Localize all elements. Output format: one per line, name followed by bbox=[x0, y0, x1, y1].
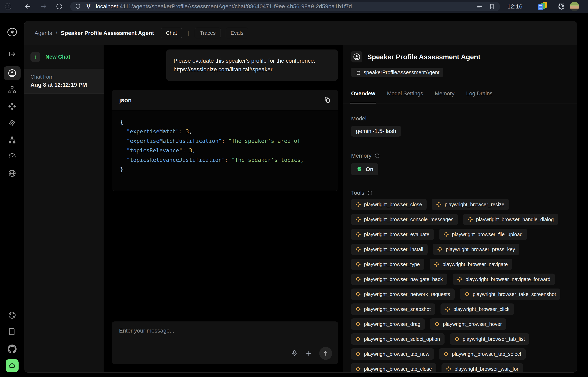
chat-item-label: Chat from bbox=[31, 74, 104, 80]
sidebar-item-tools[interactable] bbox=[8, 102, 16, 110]
mastra-logo-icon[interactable] bbox=[7, 27, 17, 37]
tab-log-drains[interactable]: Log Drains bbox=[466, 87, 493, 103]
agent-title-row: Speaker Profile Assessment Agent bbox=[351, 51, 569, 62]
sidebar-item-mcp[interactable] bbox=[8, 118, 17, 128]
tool-chip: playwright_browser_close bbox=[351, 199, 427, 210]
copy-code-button[interactable] bbox=[324, 96, 331, 104]
tool-row: playwright_browser_network_requests play… bbox=[351, 289, 569, 300]
tool-name: playwright_browser_evaluate bbox=[364, 232, 429, 237]
tool-name: playwright_browser_wait_for bbox=[455, 366, 518, 372]
tab-traces[interactable]: Traces bbox=[195, 28, 221, 38]
sidebar-item-api[interactable] bbox=[8, 169, 17, 178]
chat-item-timestamp: Aug 8 at 12:12:19 PM bbox=[31, 82, 104, 88]
breadcrumb-agents[interactable]: Agents bbox=[34, 30, 52, 36]
tool-diamonds-icon bbox=[434, 262, 439, 267]
attach-plus-icon[interactable] bbox=[305, 350, 312, 357]
tools-grid: playwright_browser_close playwright_brow… bbox=[351, 199, 569, 372]
new-chat-button[interactable]: + New Chat bbox=[24, 45, 104, 69]
tool-diamonds-icon bbox=[355, 217, 361, 222]
tool-chip: playwright_browser_press_key bbox=[433, 244, 519, 255]
url-text: localhost:4111/agents/speakerProfileAsse… bbox=[96, 3, 476, 10]
copy-icon bbox=[355, 69, 361, 75]
memory-section-label: Memory bbox=[351, 152, 569, 159]
tool-name: playwright_browser_install bbox=[364, 247, 423, 252]
tool-row: playwright_browser_navigate_back playwri… bbox=[351, 273, 569, 285]
tool-diamonds-icon bbox=[355, 321, 361, 327]
tab-model-settings[interactable]: Model Settings bbox=[387, 87, 423, 103]
memory-brain-icon bbox=[356, 166, 362, 173]
tool-chip: playwright_browser_drag bbox=[351, 318, 425, 330]
info-icon bbox=[374, 153, 380, 159]
tool-chip: playwright_browser_tab_close bbox=[351, 363, 436, 372]
message-input[interactable] bbox=[112, 321, 338, 346]
code-line: "expertiseMatchJustification": "The spea… bbox=[120, 136, 330, 146]
message-composer bbox=[112, 321, 338, 364]
sidebar-item-agents[interactable] bbox=[4, 66, 21, 80]
tool-diamonds-icon bbox=[355, 202, 361, 207]
tab-chat[interactable]: Chat bbox=[161, 28, 182, 38]
tool-chip: playwright_browser_navigate_forward bbox=[453, 273, 555, 285]
chat-history-item[interactable]: Chat from Aug 8 at 12:12:19 PM bbox=[24, 69, 104, 94]
tool-chip: playwright_browser_select_option bbox=[351, 333, 444, 345]
window-tiling-icon[interactable] bbox=[4, 2, 12, 11]
agent-avatar-icon bbox=[351, 51, 362, 62]
address-bar[interactable]: V localhost:4111/agents/speakerProfileAs… bbox=[70, 2, 500, 11]
extensions-puzzle-icon[interactable] bbox=[556, 2, 565, 11]
tool-name: playwright_browser_console_messages bbox=[364, 217, 454, 223]
tool-name: playwright_browser_click bbox=[454, 306, 510, 312]
code-line: { bbox=[120, 117, 330, 127]
microphone-icon[interactable] bbox=[290, 350, 298, 357]
tool-diamonds-icon bbox=[436, 202, 442, 207]
code-lines: { "expertiseMatch": 3, "expertiseMatchJu… bbox=[112, 110, 338, 191]
tool-name: playwright_browser_resize bbox=[445, 202, 504, 208]
profile-avatar[interactable] bbox=[570, 2, 579, 11]
workspace: Agents / Speaker Profile Assessment Agen… bbox=[0, 13, 588, 377]
tool-chip: playwright_browser_resize bbox=[432, 199, 509, 210]
memory-status-chip: On bbox=[351, 163, 378, 175]
tool-name: playwright_browser_take_screenshot bbox=[473, 291, 556, 297]
tool-chip: playwright_browser_file_upload bbox=[439, 229, 527, 240]
tab-evals[interactable]: Evals bbox=[226, 28, 249, 38]
shield-icon[interactable] bbox=[75, 3, 81, 10]
tool-name: playwright_browser_select_option bbox=[364, 336, 440, 342]
tool-name: playwright_browser_press_key bbox=[446, 247, 515, 252]
tab-memory[interactable]: Memory bbox=[435, 87, 455, 103]
browser-toolbar: V localhost:4111/agents/speakerProfileAs… bbox=[0, 0, 588, 13]
tool-chip: playwright_browser_wait_for bbox=[442, 363, 523, 372]
tool-chip: playwright_browser_handle_dialog bbox=[463, 214, 558, 225]
reload-button[interactable] bbox=[55, 2, 63, 11]
tool-diamonds-icon bbox=[464, 292, 470, 297]
tool-diamonds-icon bbox=[445, 306, 450, 312]
chat-thread: Please evaluate this speaker's profile f… bbox=[104, 45, 343, 372]
tab-overview[interactable]: Overview bbox=[351, 87, 375, 103]
agent-id-text: speakerProfileAssessmentAgent bbox=[364, 69, 440, 76]
docs-book-icon[interactable] bbox=[8, 327, 17, 336]
bookmark-icon[interactable] bbox=[489, 3, 495, 10]
tool-name: playwright_browser_close bbox=[364, 202, 422, 208]
sidebar-item-runtime[interactable] bbox=[8, 152, 17, 161]
tool-diamonds-icon bbox=[355, 262, 361, 267]
tool-name: playwright_browser_tab_list bbox=[463, 336, 525, 342]
sidebar-collapse-icon[interactable] bbox=[8, 50, 17, 59]
docs-extension-icon[interactable] bbox=[538, 2, 548, 11]
agent-details-panel: Speaker Profile Assessment Agent speaker… bbox=[343, 45, 577, 372]
tool-name: playwright_browser_snapshot bbox=[364, 306, 431, 312]
mastra-cloud-button[interactable] bbox=[6, 359, 19, 372]
sidebar-item-workflows[interactable] bbox=[8, 136, 16, 144]
code-line: "topicsRelevance": 3, bbox=[120, 146, 330, 155]
chat-history-sidebar: + New Chat Chat from Aug 8 at 12:12:19 P… bbox=[24, 45, 104, 372]
code-line: "topicsRelevanceJustification": "The spe… bbox=[120, 155, 330, 165]
agent-id-chip[interactable]: speakerProfileAssessmentAgent bbox=[351, 68, 443, 77]
back-button[interactable] bbox=[24, 2, 32, 11]
earth-icon[interactable] bbox=[8, 311, 17, 320]
tool-row: playwright_browser_tab_new playwright_br… bbox=[351, 348, 569, 360]
tool-row: playwright_browser_install playwright_br… bbox=[351, 244, 569, 255]
tool-name: playwright_browser_tab_select bbox=[452, 351, 521, 357]
send-button[interactable] bbox=[319, 347, 332, 360]
sidebar-item-networks[interactable] bbox=[8, 85, 17, 94]
code-language-label: json bbox=[119, 97, 132, 104]
github-icon[interactable] bbox=[8, 344, 17, 353]
reader-mode-icon[interactable] bbox=[476, 3, 483, 10]
code-line: } bbox=[120, 165, 330, 174]
forward-button[interactable] bbox=[40, 2, 48, 11]
